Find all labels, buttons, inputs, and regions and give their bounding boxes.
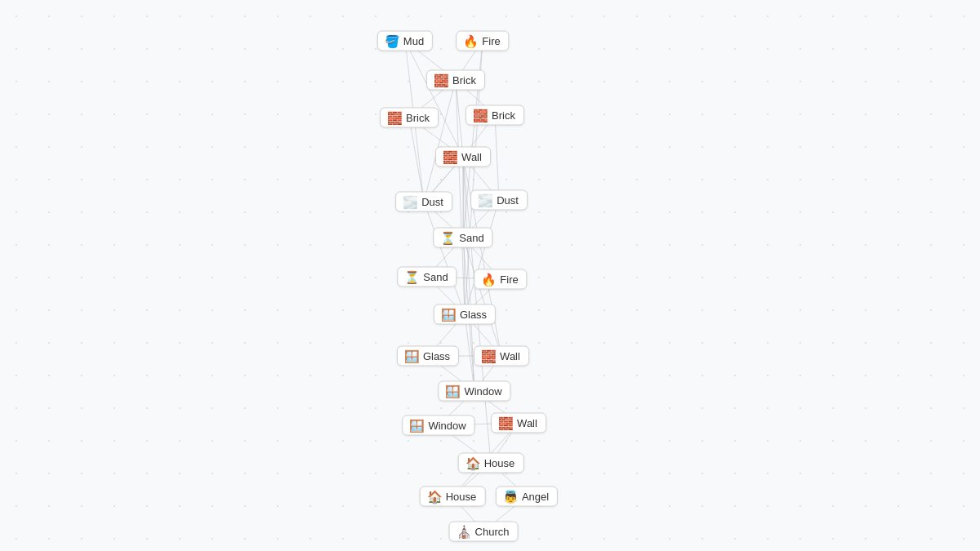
svg-line-4: [456, 80, 463, 157]
node-icon-house1: 🏠: [466, 457, 481, 469]
node-label-sand2: Sand: [423, 271, 448, 283]
node-wall2[interactable]: 🧱Wall: [474, 346, 529, 367]
node-icon-church: ⛪: [457, 526, 472, 538]
node-icon-dust2: 🌫️: [478, 194, 493, 207]
svg-line-32: [495, 115, 499, 200]
svg-line-44: [456, 80, 465, 314]
node-icon-dust1: 🌫️: [403, 196, 418, 208]
node-label-house1: House: [484, 457, 515, 469]
node-wall3[interactable]: 🧱Wall: [491, 413, 546, 433]
node-angel[interactable]: 👼Angel: [496, 487, 558, 507]
node-glass2[interactable]: 🪟Glass: [397, 346, 459, 367]
node-dust1[interactable]: 🌫️Dust: [395, 192, 452, 212]
node-wall1[interactable]: 🧱Wall: [435, 147, 491, 167]
node-icon-glass2: 🪟: [404, 350, 420, 362]
node-church[interactable]: ⛪Church: [449, 522, 519, 542]
node-label-brick1: Brick: [452, 74, 476, 87]
node-label-window2: Window: [428, 420, 466, 432]
node-sand1[interactable]: ⏳Sand: [433, 228, 492, 248]
node-icon-glass1: 🪟: [441, 309, 457, 321]
node-label-wall2: Wall: [500, 350, 520, 362]
node-label-window1: Window: [464, 385, 501, 398]
node-icon-sand2: ⏳: [404, 271, 420, 283]
node-icon-angel: 👼: [503, 491, 519, 503]
node-label-brick2: Brick: [406, 112, 430, 124]
svg-line-45: [463, 157, 501, 356]
node-fire1[interactable]: 🔥Fire: [456, 31, 509, 51]
svg-line-41: [405, 41, 463, 157]
node-icon-window2: 🪟: [409, 420, 425, 432]
node-house1[interactable]: 🏠House: [458, 453, 524, 473]
node-label-fire2: Fire: [500, 273, 518, 286]
node-icon-wall3: 🧱: [498, 417, 514, 429]
node-icon-window1: 🪟: [445, 385, 461, 398]
node-label-brick3: Brick: [492, 109, 515, 122]
node-label-glass2: Glass: [423, 350, 450, 362]
svg-line-31: [409, 118, 424, 202]
node-label-fire1: Fire: [482, 35, 500, 47]
svg-line-34: [465, 200, 499, 314]
node-icon-sand1: ⏳: [440, 232, 456, 244]
node-brick1[interactable]: 🧱Brick: [426, 70, 485, 91]
node-icon-wall1: 🧱: [443, 151, 458, 163]
node-icon-brick1: 🧱: [434, 74, 449, 87]
node-icon-brick2: 🧱: [387, 112, 403, 124]
node-dust2[interactable]: 🌫️Dust: [470, 190, 528, 211]
node-label-angel: Angel: [522, 491, 549, 503]
node-label-wall3: Wall: [517, 417, 537, 429]
node-house2[interactable]: 🏠House: [420, 487, 486, 507]
node-label-sand1: Sand: [459, 232, 483, 244]
node-label-mud: Mud: [403, 35, 424, 47]
node-icon-fire1: 🔥: [463, 35, 479, 47]
node-icon-house2: 🏠: [427, 491, 443, 503]
node-glass1[interactable]: 🪟Glass: [434, 304, 496, 325]
node-window2[interactable]: 🪟Window: [402, 415, 474, 436]
node-icon-mud: 🪣: [385, 35, 400, 47]
node-label-wall1: Wall: [461, 151, 482, 163]
node-window1[interactable]: 🪟Window: [438, 381, 510, 402]
svg-line-33: [424, 202, 465, 314]
node-icon-fire2: 🔥: [481, 273, 497, 286]
node-label-church: Church: [475, 526, 510, 538]
node-label-house2: House: [446, 491, 477, 503]
node-icon-wall2: 🧱: [481, 350, 497, 362]
node-mud[interactable]: 🪣Mud: [377, 31, 433, 51]
node-sand2[interactable]: ⏳Sand: [397, 267, 457, 287]
svg-line-43: [424, 80, 456, 202]
node-label-dust2: Dust: [497, 194, 519, 207]
node-fire2[interactable]: 🔥Fire: [474, 269, 527, 290]
svg-line-49: [463, 238, 501, 356]
node-icon-brick3: 🧱: [473, 109, 488, 122]
node-label-dust1: Dust: [421, 196, 443, 208]
node-brick2[interactable]: 🧱Brick: [380, 108, 439, 128]
node-label-glass1: Glass: [460, 309, 487, 321]
node-brick3[interactable]: 🧱Brick: [466, 105, 524, 126]
graph-container: 🪣Mud🔥Fire🧱Brick🧱Brick🧱Brick🧱Wall🌫️Dust🌫️…: [0, 0, 980, 551]
